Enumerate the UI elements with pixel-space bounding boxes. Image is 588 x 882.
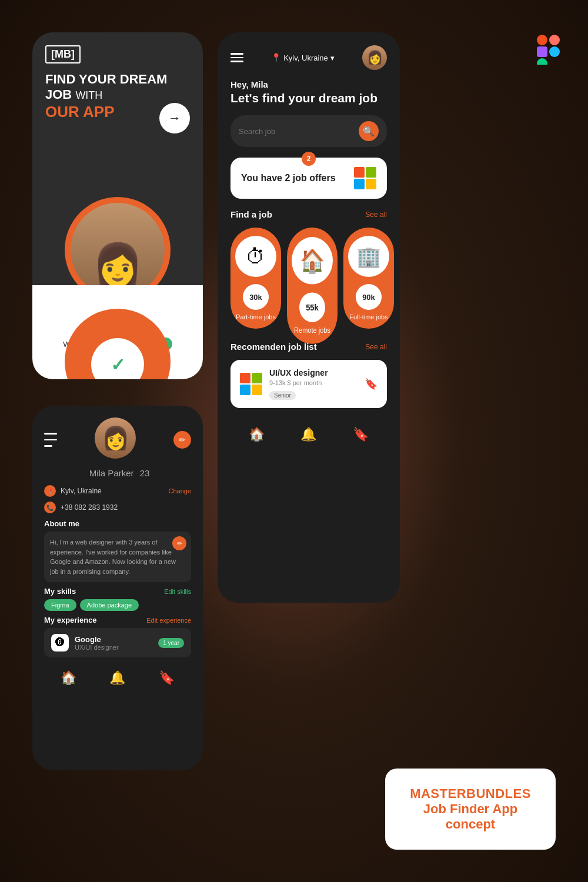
profile-location-text: Kyiv, Ukraine xyxy=(61,487,163,495)
splash-logo: [MB] xyxy=(45,45,81,64)
parttime-count: 30k xyxy=(243,284,269,310)
p-hamburger-line1 xyxy=(44,433,57,435)
nav-bookmark-icon[interactable]: 🔖 xyxy=(353,427,369,442)
search-icon: 🔍 xyxy=(363,126,375,137)
profile-face: 👩 xyxy=(102,425,129,451)
svg-point-3 xyxy=(549,46,560,57)
skill-adobe: Adobe package xyxy=(80,599,139,611)
fulltime-label: Full-time jobs xyxy=(349,313,387,320)
nav-bell-icon[interactable]: 🔔 xyxy=(300,427,316,442)
splash-top: [MB] FIND YOUR DREAM JOB WITH OUR APP → … xyxy=(32,32,203,285)
profile-edit-button[interactable]: ✏ xyxy=(173,431,191,449)
profile-hamburger[interactable] xyxy=(44,433,57,447)
about-title: About me xyxy=(44,519,191,528)
see-all-button-1[interactable]: See all xyxy=(365,211,387,219)
ms-green-square xyxy=(366,167,376,178)
find-job-title: Find a job xyxy=(230,209,272,219)
location-icon: 📍 xyxy=(271,53,281,62)
profile-header: 👩 ✏ xyxy=(44,417,191,462)
job-offer-card[interactable]: 2 You have 2 job offers xyxy=(230,158,387,199)
svg-rect-4 xyxy=(537,58,547,65)
arrow-icon: → xyxy=(168,111,181,126)
hamburger-menu[interactable] xyxy=(230,53,243,62)
profile-nav-home[interactable]: 🏠 xyxy=(61,670,76,686)
house-icon: 🏠 xyxy=(300,248,325,275)
about-pencil-icon: ✏ xyxy=(177,539,182,549)
ms-green xyxy=(252,373,262,383)
experience-section: My experience Edit experience 🅖 Google U… xyxy=(44,616,191,657)
svg-rect-0 xyxy=(537,35,547,45)
building-icon: 🏢 xyxy=(356,245,381,268)
user-avatar[interactable]: 👩 xyxy=(362,45,387,70)
profile-phone-row: 📞 +38 082 283 1932 xyxy=(44,502,191,513)
skills-header: My skills Edit skills xyxy=(44,587,191,596)
clock-icon: ⏱ xyxy=(246,245,266,268)
mb-line3: concept xyxy=(446,817,495,832)
skill-figma: Figma xyxy=(44,599,76,611)
profile-age: 23 xyxy=(140,468,150,478)
parttime-icon: ⏱ xyxy=(235,236,276,277)
phone-profile: 👩 ✏ Mila Parker 23 📍 Kyiv, Ukraine Chang… xyxy=(32,406,203,770)
rec-job-info: UI/UX designer 9-13k $ per month Senior xyxy=(269,368,358,400)
find-job-section-header: Find a job See all xyxy=(230,209,387,219)
phone-info-icon: 📞 xyxy=(44,502,56,513)
profile-bottom-nav: 🏠 🔔 🔖 xyxy=(44,663,191,686)
greeting-hey-text: Hey, Mila xyxy=(230,79,268,89)
ms-red-square xyxy=(354,167,365,178)
remote-count: 55k xyxy=(299,293,325,323)
duration-badge: 1 year xyxy=(158,638,184,648)
greeting-hey: Hey, Mila xyxy=(230,79,387,89)
about-edit-button[interactable]: ✏ xyxy=(172,536,186,550)
hamburger-line1 xyxy=(230,53,243,55)
experience-info: Google UX/UI designer xyxy=(75,635,152,651)
nav-home-icon[interactable]: 🏠 xyxy=(249,427,265,442)
phone-main: 📍 Kyiv, Ukraine ▾ 👩 Hey, Mila Let's find… xyxy=(218,32,400,603)
splash-arrow-button[interactable]: → xyxy=(159,103,190,133)
fulltime-count: 90k xyxy=(356,284,382,310)
see-all-button-2[interactable]: See all xyxy=(365,343,387,351)
category-parttime[interactable]: ⏱ 30k Part-time jobs xyxy=(230,228,281,329)
category-remote[interactable]: 🏠 55k Remote jobs xyxy=(287,228,338,344)
recommended-title: Recomenden job list xyxy=(230,342,317,352)
splash-bottom: Web designer $3300/month ✓ xyxy=(32,285,203,379)
parttime-label: Part-time jobs xyxy=(236,313,276,320)
location-pill[interactable]: 📍 Kyiv, Ukraine ▾ xyxy=(271,53,335,62)
profile-nav-bookmark[interactable]: 🔖 xyxy=(159,670,175,686)
hamburger-line2 xyxy=(230,57,243,59)
search-bar[interactable]: 🔍 xyxy=(230,115,387,147)
profile-nav-bell[interactable]: 🔔 xyxy=(109,670,125,686)
profile-phone-text: +38 082 283 1932 xyxy=(61,503,191,512)
svg-rect-1 xyxy=(549,35,560,45)
figma-logo xyxy=(532,32,564,65)
ms-yellow-square xyxy=(366,179,376,189)
rec-company-logo xyxy=(240,373,262,395)
rec-job-salary: 9-13k $ per month xyxy=(269,379,358,386)
splash-headline-line1: FIND YOUR DREAM xyxy=(45,72,167,86)
rec-job-card[interactable]: UI/UX designer 9-13k $ per month Senior … xyxy=(230,360,387,408)
main-header: 📍 Kyiv, Ukraine ▾ 👩 xyxy=(230,45,387,70)
google-g-icon: 🅖 xyxy=(55,637,65,648)
rec-job-bookmark-icon[interactable]: 🔖 xyxy=(365,377,377,390)
checkmark-icon: ✓ xyxy=(111,355,125,375)
search-input[interactable] xyxy=(239,127,354,136)
greeting-main: Let's find your dream job xyxy=(230,91,387,106)
about-text-box: Hi, I'm a web designer with 3 years of e… xyxy=(44,532,191,582)
google-logo: 🅖 xyxy=(51,634,69,652)
edit-experience-button[interactable]: Edit experience xyxy=(146,617,191,624)
job-categories: ⏱ 30k Part-time jobs 🏠 55k Remote jobs 🏢… xyxy=(230,228,387,329)
location-text: Kyiv, Ukraine xyxy=(283,54,328,62)
mb-line2: Job Finder App xyxy=(423,801,518,817)
change-location-button[interactable]: Change xyxy=(168,487,191,495)
splash-headline-line2: JOB xyxy=(45,87,72,102)
edit-skills-button[interactable]: Edit skills xyxy=(164,588,191,595)
category-fulltime[interactable]: 🏢 90k Full-time jobs xyxy=(343,228,394,329)
profile-name-age: Mila Parker 23 xyxy=(44,468,191,478)
about-section: About me Hi, I'm a web designer with 3 y… xyxy=(44,519,191,582)
location-info-icon: 📍 xyxy=(44,485,56,497)
search-button[interactable]: 🔍 xyxy=(359,121,379,141)
microsoft-logo xyxy=(354,167,376,189)
pencil-icon: ✏ xyxy=(179,435,186,445)
ms-blue xyxy=(240,385,250,395)
skills-title: My skills xyxy=(44,587,76,596)
profile-avatar: 👩 xyxy=(95,417,136,459)
